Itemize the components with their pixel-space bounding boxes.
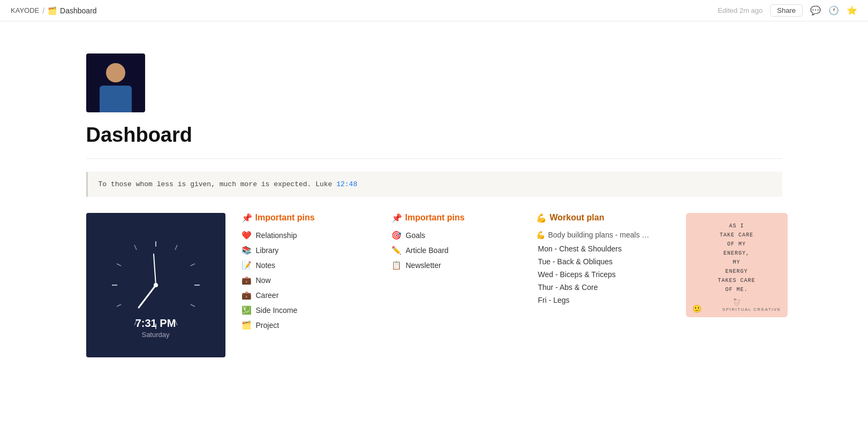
workout-subtitle-icon: 💪 (536, 231, 545, 239)
topbar: KAYODE / 🗂️ Dashboard Edited 2m ago Shar… (0, 0, 868, 21)
avatar (86, 53, 145, 112)
list-item[interactable]: 💹 Side Income (241, 305, 359, 315)
avatar-area (86, 53, 782, 112)
list-item[interactable]: 🎯 Goals (391, 231, 509, 240)
left-pins-column: 📌 Important pins ❤️ Relationship 📚 Libra… (225, 213, 375, 330)
svg-point-18 (734, 299, 735, 300)
notes-icon: 📝 (241, 261, 252, 270)
right-pins-title: 📌 Important pins (391, 213, 509, 223)
list-item[interactable]: 📋 Newsletter (391, 261, 509, 270)
topbar-page-title: Dashboard (60, 6, 97, 15)
svg-point-15 (735, 302, 736, 303)
career-icon: 💼 (241, 290, 252, 300)
quote-reference: 12:48 (336, 180, 357, 188)
article-board-label: Article Board (406, 246, 449, 255)
newsletter-icon: 📋 (391, 261, 402, 270)
page-title: Dashboard (86, 123, 782, 148)
quote-block: To those whom less is given, much more i… (86, 172, 782, 197)
library-icon: 📚 (241, 246, 252, 255)
list-item[interactable]: 💼 Career (241, 290, 359, 300)
avatar-head (106, 63, 125, 82)
workout-subtitle[interactable]: 💪 Body building plans - meals … (536, 231, 665, 239)
side-income-label: Side Income (256, 306, 298, 315)
spiritual-card: AS ITAKE CAREOF MYENERGY,MYENERGYTAKES C… (686, 213, 788, 317)
side-income-icon: 💹 (241, 305, 252, 315)
workout-schedule-list: Mon - Chest & Shoulders Tue - Back & Obl… (536, 244, 665, 304)
svg-line-8 (117, 304, 121, 307)
svg-line-10 (117, 264, 121, 266)
svg-point-14 (154, 283, 158, 287)
list-item[interactable]: ✏️ Article Board (391, 246, 509, 255)
left-pin-icon: 📌 (241, 213, 252, 223)
clock-time: 7:31 PM (135, 317, 176, 330)
page-icon: 🗂️ (48, 6, 57, 15)
career-label: Career (256, 291, 279, 300)
quote-text: To those whom less is given, much more i… (99, 180, 337, 188)
spiritual-footer: SPIRITUAL CREATIVE (722, 307, 781, 312)
left-pins-title: 📌 Important pins (241, 213, 359, 223)
star-icon[interactable]: ⭐ (847, 5, 857, 16)
list-item: Thur - Abs & Core (536, 283, 665, 292)
now-icon: 💼 (241, 275, 252, 285)
workout-muscle-icon: 💪 (536, 213, 547, 223)
svg-point-16 (737, 302, 738, 303)
smiley-icon: 🙂 (692, 304, 701, 313)
now-label: Now (256, 276, 271, 285)
svg-line-13 (154, 254, 156, 285)
right-pins-list: 🎯 Goals ✏️ Article Board 📋 Newsletter (391, 231, 509, 270)
article-board-icon: ✏️ (391, 246, 402, 255)
svg-line-11 (134, 245, 137, 250)
spiritual-text: AS ITAKE CAREOF MYENERGY,MYENERGYTAKES C… (718, 221, 755, 294)
divider (86, 158, 782, 159)
history-icon[interactable]: 🕐 (828, 5, 839, 16)
list-item: Mon - Chest & Shoulders (536, 244, 665, 253)
breadcrumb: KAYODE / 🗂️ Dashboard (11, 6, 97, 15)
list-item[interactable]: 📚 Library (241, 246, 359, 255)
newsletter-label: Newsletter (406, 261, 441, 270)
svg-point-26 (739, 300, 739, 300)
content-grid: 7:31 PM Saturday 📌 Important pins ❤️ Rel… (86, 213, 782, 357)
svg-line-4 (191, 304, 195, 307)
list-item[interactable]: 💼 Now (241, 275, 359, 285)
goals-icon: 🎯 (391, 231, 402, 240)
project-icon: 🗂️ (241, 320, 252, 330)
relationship-icon: ❤️ (241, 231, 252, 240)
goals-label: Goals (406, 231, 426, 240)
avatar-body (100, 86, 132, 112)
svg-line-12 (139, 285, 156, 308)
list-item[interactable]: ❤️ Relationship (241, 231, 359, 240)
list-item: Wed - Biceps & Triceps (536, 270, 665, 279)
right-pins-column: 📌 Important pins 🎯 Goals ✏️ Article Boar… (375, 213, 525, 270)
svg-line-1 (175, 245, 177, 250)
svg-line-2 (191, 264, 195, 266)
list-item: Tue - Back & Obliques (536, 257, 665, 266)
edited-text: Edited 2m ago (718, 6, 763, 14)
left-pins-list: ❤️ Relationship 📚 Library 📝 Notes 💼 Now … (241, 231, 359, 330)
relationship-label: Relationship (256, 231, 297, 240)
page-title-area: Dashboard (86, 123, 782, 148)
user-name[interactable]: KAYODE (11, 6, 39, 14)
workout-title: 💪 Workout plan (536, 213, 665, 223)
topbar-actions: Edited 2m ago Share 💬 🕐 ⭐ (718, 4, 857, 17)
comment-icon[interactable]: 💬 (810, 5, 821, 16)
workout-column: 💪 Workout plan 💪 Body building plans - m… (525, 213, 675, 304)
clock-widget: 7:31 PM Saturday (86, 213, 225, 357)
breadcrumb-separator: / (42, 6, 44, 15)
main-content: Dashboard To those whom less is given, m… (43, 53, 825, 389)
library-label: Library (256, 246, 279, 255)
project-label: Project (256, 321, 280, 330)
share-button[interactable]: Share (770, 4, 803, 17)
list-item: Fri - Legs (536, 296, 665, 304)
list-item[interactable]: 📝 Notes (241, 261, 359, 270)
list-item[interactable]: 🗂️ Project (241, 320, 359, 330)
notes-label: Notes (256, 261, 276, 270)
right-pin-icon: 📌 (391, 213, 402, 223)
